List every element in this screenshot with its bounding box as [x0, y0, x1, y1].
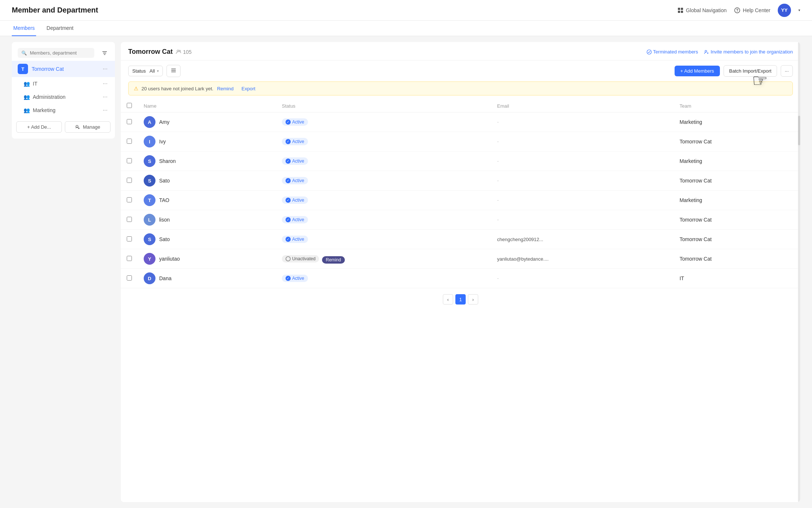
scrollbar-track[interactable] [798, 42, 800, 502]
main-content: 🔍 T Tomorrow Cat ··· 👥 [0, 36, 812, 508]
row-checkbox[interactable] [127, 236, 132, 241]
member-avatar: Y [144, 253, 155, 265]
select-all-header[interactable] [121, 100, 138, 112]
manage-button[interactable]: Manage [65, 121, 111, 133]
email-cell: - [491, 269, 673, 288]
help-center-button[interactable]: ? Help Center [734, 7, 770, 14]
tabs-bar: Members Department [0, 21, 812, 36]
status-badge: ✓ Active [282, 118, 308, 126]
email-dash: - [497, 178, 499, 184]
row-checkbox-cell[interactable] [121, 191, 138, 210]
member-avatar: S [144, 233, 155, 245]
row-checkbox[interactable] [127, 256, 132, 261]
row-checkbox[interactable] [127, 178, 132, 183]
name-cell: S Sato [138, 230, 276, 249]
row-checkbox-cell[interactable] [121, 171, 138, 191]
sidebar-item-marketing[interactable]: 👥 Marketing ··· [12, 104, 115, 117]
active-check-icon: ✓ [286, 237, 291, 242]
team-cell: Tomorrow Cat [673, 230, 800, 249]
status-column-header: Status [276, 100, 491, 112]
next-page-button[interactable]: › [468, 294, 478, 305]
status-cell: ✓ Active [276, 269, 491, 288]
row-checkbox[interactable] [127, 197, 132, 202]
dept-more-menu[interactable]: ··· [101, 65, 109, 73]
prev-page-button[interactable]: ‹ [443, 294, 453, 305]
sidebar-item-administration[interactable]: 👥 Administration ··· [12, 90, 115, 104]
panel-title: Tomorrow Cat 105 [128, 48, 192, 56]
sidebar-search-row: 🔍 [12, 46, 115, 61]
email-cell: - [491, 171, 673, 191]
team-cell: Tomorrow Cat [673, 210, 800, 230]
main-panel: Tomorrow Cat 105 Terminated members Invi… [121, 42, 800, 502]
tab-members[interactable]: Members [12, 21, 36, 36]
dept-more-admin[interactable]: ··· [101, 93, 109, 101]
name-cell: Y yanliutao [138, 249, 276, 269]
name-cell: S Sato [138, 171, 276, 191]
page-1-button[interactable]: 1 [455, 294, 466, 305]
status-badge: ✓ Active [282, 275, 308, 282]
global-nav-icon [677, 7, 684, 14]
panel-header: Tomorrow Cat 105 Terminated members Invi… [121, 42, 800, 60]
tab-department[interactable]: Department [45, 21, 75, 36]
search-input[interactable] [30, 50, 91, 56]
svg-rect-2 [678, 11, 680, 13]
more-options-button[interactable]: ··· [781, 65, 793, 77]
dept-more-it[interactable]: ··· [101, 80, 109, 88]
table-row: L lison ✓ Active - Tomorrow Cat [121, 210, 800, 230]
member-avatar: S [144, 175, 155, 187]
email-dash: - [497, 119, 499, 125]
unactivated-circle-icon [286, 256, 291, 261]
row-checkbox[interactable] [127, 139, 132, 144]
status-badge: ✓ Active [282, 196, 308, 204]
row-checkbox-cell[interactable] [121, 249, 138, 269]
help-center-label: Help Center [743, 7, 770, 13]
global-navigation-button[interactable]: Global Navigation [677, 7, 727, 14]
global-nav-label: Global Navigation [686, 7, 727, 13]
row-checkbox-cell[interactable] [121, 132, 138, 152]
member-avatar: I [144, 136, 155, 147]
sidebar-item-tomorrow-cat[interactable]: T Tomorrow Cat ··· [12, 61, 115, 77]
list-view-button[interactable] [167, 65, 181, 77]
row-checkbox-cell[interactable] [121, 269, 138, 288]
row-checkbox[interactable] [127, 158, 132, 163]
name-cell: S Sharon [138, 152, 276, 171]
scrollbar-thumb[interactable] [798, 116, 800, 145]
team-cell: Marketing [673, 191, 800, 210]
svg-point-12 [177, 50, 179, 52]
sidebar-item-it[interactable]: 👥 IT ··· [12, 77, 115, 90]
user-avatar[interactable]: YY [778, 4, 791, 17]
status-badge: ✓ Active [282, 177, 308, 184]
status-dropdown[interactable]: Status All ▾ [128, 66, 163, 76]
terminated-members-link[interactable]: Terminated members [647, 49, 698, 55]
pagination: ‹ 1 › [121, 288, 800, 310]
email-cell: - [491, 112, 673, 132]
row-checkbox[interactable] [127, 217, 132, 222]
add-dept-button[interactable]: + Add De... [16, 121, 62, 133]
row-checkbox[interactable] [127, 119, 132, 124]
row-checkbox-cell[interactable] [121, 112, 138, 132]
add-members-button[interactable]: + Add Members [675, 66, 720, 76]
filter-icon[interactable] [99, 49, 111, 59]
remind-badge[interactable]: Remind [322, 256, 344, 264]
user-dropdown-arrow[interactable]: ▾ [798, 8, 800, 12]
row-checkbox-cell[interactable] [121, 210, 138, 230]
export-link[interactable]: Export [242, 86, 256, 91]
status-cell: ✓ Active [276, 230, 491, 249]
select-all-checkbox[interactable] [127, 103, 132, 108]
row-checkbox-cell[interactable] [121, 230, 138, 249]
email-cell: - [491, 132, 673, 152]
invite-members-link[interactable]: Invite members to join the organization [704, 49, 793, 55]
row-checkbox[interactable] [127, 275, 132, 281]
email-column-header: Email [491, 100, 673, 112]
help-icon: ? [734, 7, 741, 14]
team-cell: IT [673, 269, 800, 288]
remind-link[interactable]: Remind [217, 86, 234, 91]
dept-more-marketing[interactable]: ··· [101, 106, 109, 114]
batch-import-export-button[interactable]: Batch Import/Export [724, 65, 777, 77]
row-checkbox-cell[interactable] [121, 152, 138, 171]
member-avatar: L [144, 214, 155, 226]
member-name: Dana [159, 275, 171, 281]
svg-point-13 [179, 50, 181, 52]
email-dash: - [497, 139, 499, 145]
active-check-icon: ✓ [286, 198, 291, 203]
